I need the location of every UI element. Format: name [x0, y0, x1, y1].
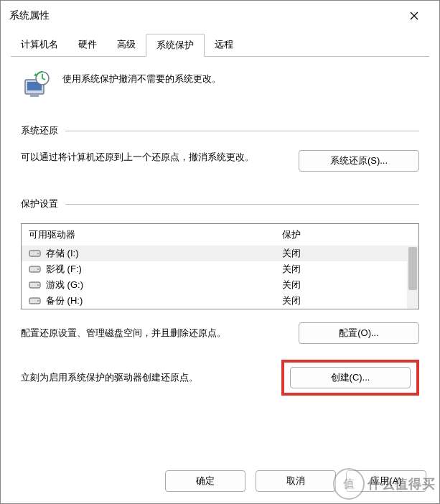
system-properties-window: 系统属性 计算机名 硬件 高级 系统保护 远程	[0, 0, 440, 504]
configure-description: 配置还原设置、管理磁盘空间，并且删除还原点。	[21, 326, 284, 341]
drive-icon	[29, 248, 42, 258]
tabbar: 计算机名 硬件 高级 系统保护 远程	[11, 34, 429, 57]
tab-remote[interactable]: 远程	[205, 34, 243, 56]
highlight-box: 创建(C)...	[281, 360, 419, 396]
scrollbar[interactable]	[407, 246, 418, 309]
titlebar: 系统属性	[1, 1, 439, 31]
restore-row: 可以通过将计算机还原到上一个还原点，撤消系统更改。 系统还原(S)...	[21, 150, 419, 172]
tab-advanced[interactable]: 高级	[107, 34, 146, 56]
intro-text: 使用系统保护撤消不需要的系统更改。	[62, 70, 221, 85]
svg-point-8	[37, 269, 39, 270]
drive-row[interactable]: 影视 (F:)关闭	[22, 261, 418, 277]
drive-list[interactable]: 存储 (I:)关闭影视 (F:)关闭游戏 (G:)关闭备份 (H:)关闭	[22, 246, 418, 309]
configure-row: 配置还原设置、管理磁盘空间，并且删除还原点。 配置(O)...	[21, 322, 419, 344]
drive-icon	[29, 280, 42, 290]
system-restore-button[interactable]: 系统还原(S)...	[299, 150, 419, 172]
close-icon	[410, 11, 418, 20]
dialog-button-bar: 确定 取消 应用(A)	[1, 462, 439, 503]
divider	[65, 131, 419, 131]
svg-point-10	[37, 284, 39, 286]
system-protection-icon	[21, 70, 52, 101]
scrollbar-thumb[interactable]	[408, 247, 417, 290]
svg-rect-2	[30, 94, 39, 97]
window-title: 系统属性	[9, 9, 398, 22]
tab-panel-system-protection: 使用系统保护撤消不需要的系统更改。 系统还原 可以通过将计算机还原到上一个还原点…	[11, 57, 429, 407]
drive-protection-status: 关闭	[282, 294, 411, 307]
tab-computer-name[interactable]: 计算机名	[11, 34, 68, 56]
ok-button[interactable]: 确定	[165, 470, 245, 492]
section-header-restore: 系统还原	[21, 124, 419, 137]
drive-icon	[29, 264, 42, 274]
create-row: 立刻为启用系统保护的驱动器创建还原点。 创建(C)...	[21, 360, 419, 396]
column-header-protection[interactable]: 保护	[282, 228, 411, 241]
drive-name: 存储 (I:)	[46, 247, 282, 260]
section-label-protect: 保护设置	[21, 197, 58, 210]
column-header-drive[interactable]: 可用驱动器	[29, 228, 282, 241]
drive-row[interactable]: 游戏 (G:)关闭	[22, 277, 418, 293]
intro-row: 使用系统保护撤消不需要的系统更改。	[21, 70, 419, 101]
drive-name: 游戏 (G:)	[46, 279, 282, 291]
configure-button[interactable]: 配置(O)...	[299, 322, 419, 344]
svg-point-6	[37, 253, 39, 254]
drive-list-box: 可用驱动器 保护 存储 (I:)关闭影视 (F:)关闭游戏 (G:)关闭备份 (…	[21, 223, 419, 309]
content-area: 计算机名 硬件 高级 系统保护 远程	[1, 31, 439, 462]
section-label-restore: 系统还原	[21, 124, 58, 137]
close-button[interactable]	[398, 4, 431, 27]
drive-list-header: 可用驱动器 保护	[22, 224, 418, 246]
divider	[65, 204, 419, 205]
drive-protection-status: 关闭	[282, 263, 411, 276]
drive-protection-status: 关闭	[282, 279, 411, 291]
drive-row[interactable]: 存储 (I:)关闭	[22, 246, 418, 261]
restore-description: 可以通过将计算机还原到上一个还原点，撤消系统更改。	[21, 150, 284, 165]
tab-hardware[interactable]: 硬件	[68, 34, 107, 56]
drive-name: 备份 (H:)	[46, 294, 282, 307]
create-description: 立刻为启用系统保护的驱动器创建还原点。	[21, 370, 267, 386]
create-button[interactable]: 创建(C)...	[290, 367, 411, 388]
section-header-protect: 保护设置	[21, 197, 419, 210]
drive-icon	[29, 296, 42, 306]
tab-system-protection[interactable]: 系统保护	[146, 34, 205, 57]
cancel-button[interactable]: 取消	[256, 470, 336, 492]
apply-button[interactable]: 应用(A)	[346, 470, 426, 492]
svg-point-12	[37, 300, 39, 302]
drive-protection-status: 关闭	[282, 247, 411, 260]
drive-name: 影视 (F:)	[46, 263, 282, 276]
drive-row[interactable]: 备份 (H:)关闭	[22, 293, 418, 309]
